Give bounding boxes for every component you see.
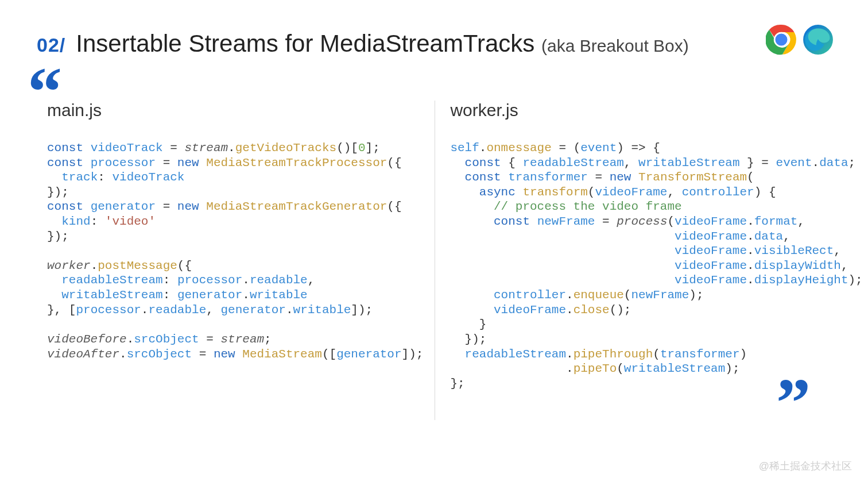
quote-close-icon: ” <box>776 368 811 437</box>
left-filename: main.js <box>47 101 423 120</box>
slide-header: 02/ Insertable Streams for MediaStreamTr… <box>37 30 831 57</box>
code-panels: main.js const videoTrack = stream.getVid… <box>47 101 821 420</box>
worker-js-code: self.onmessage = (event) => { const { re… <box>450 141 862 391</box>
chrome-icon <box>766 24 797 57</box>
edge-icon <box>803 24 834 57</box>
main-js-code: const videoTrack = stream.getVideoTracks… <box>47 141 423 361</box>
watermark: @稀土掘金技术社区 <box>759 459 852 473</box>
title-main: Insertable Streams for MediaStreamTracks <box>76 30 534 57</box>
right-filename: worker.js <box>450 101 862 120</box>
slide-title: Insertable Streams for MediaStreamTracks… <box>76 30 689 57</box>
browser-icons <box>766 24 834 57</box>
title-subtitle: (aka Breakout Box) <box>541 36 689 55</box>
left-column: main.js const videoTrack = stream.getVid… <box>47 101 435 420</box>
